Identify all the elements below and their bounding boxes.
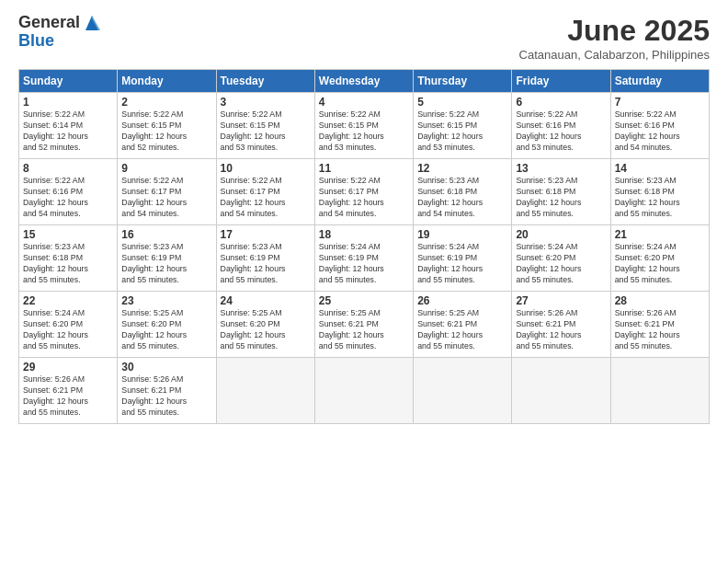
logo: General Blue (18, 14, 102, 51)
col-saturday: Saturday (610, 70, 709, 93)
day-number: 25 (319, 294, 409, 307)
day-info: Sunrise: 5:22 AM Sunset: 6:16 PM Dayligh… (23, 176, 113, 220)
calendar-cell (414, 358, 512, 424)
calendar-cell: 12Sunrise: 5:23 AM Sunset: 6:18 PM Dayli… (414, 159, 512, 225)
calendar-cell: 26Sunrise: 5:25 AM Sunset: 6:21 PM Dayli… (414, 292, 512, 358)
day-number: 22 (23, 294, 113, 307)
calendar-header-row: Sunday Monday Tuesday Wednesday Thursday… (19, 70, 710, 93)
calendar-cell: 30Sunrise: 5:26 AM Sunset: 6:21 PM Dayli… (118, 358, 216, 424)
calendar-cell: 24Sunrise: 5:25 AM Sunset: 6:20 PM Dayli… (216, 292, 314, 358)
logo-blue: Blue (18, 32, 102, 51)
calendar-cell: 8Sunrise: 5:22 AM Sunset: 6:16 PM Daylig… (19, 159, 118, 225)
day-number: 14 (615, 162, 705, 175)
title-block: June 2025 Catanauan, Calabarzon, Philipp… (519, 14, 710, 62)
day-number: 28 (615, 294, 705, 307)
calendar-cell: 16Sunrise: 5:23 AM Sunset: 6:19 PM Dayli… (118, 225, 216, 292)
calendar-cell (512, 358, 610, 424)
calendar-cell (216, 358, 314, 424)
col-sunday: Sunday (19, 70, 118, 93)
day-number: 21 (615, 228, 705, 241)
calendar-cell: 23Sunrise: 5:25 AM Sunset: 6:20 PM Dayli… (118, 292, 216, 358)
calendar-row: 1Sunrise: 5:22 AM Sunset: 6:14 PM Daylig… (19, 93, 710, 159)
main-title: June 2025 (519, 14, 710, 48)
day-info: Sunrise: 5:24 AM Sunset: 6:20 PM Dayligh… (516, 242, 606, 286)
day-number: 29 (23, 361, 113, 373)
calendar-cell: 19Sunrise: 5:24 AM Sunset: 6:19 PM Dayli… (414, 225, 512, 292)
calendar-cell: 10Sunrise: 5:22 AM Sunset: 6:17 PM Dayli… (216, 159, 314, 225)
calendar-cell: 29Sunrise: 5:26 AM Sunset: 6:21 PM Dayli… (19, 358, 118, 424)
day-number: 5 (417, 96, 507, 109)
logo-icon (82, 14, 102, 32)
calendar-cell: 14Sunrise: 5:23 AM Sunset: 6:18 PM Dayli… (610, 159, 709, 225)
day-info: Sunrise: 5:26 AM Sunset: 6:21 PM Dayligh… (23, 374, 113, 419)
calendar-cell: 5Sunrise: 5:22 AM Sunset: 6:15 PM Daylig… (414, 93, 512, 159)
calendar-cell: 6Sunrise: 5:22 AM Sunset: 6:16 PM Daylig… (512, 93, 610, 159)
day-number: 12 (417, 162, 507, 175)
col-thursday: Thursday (414, 70, 512, 93)
day-number: 27 (516, 294, 606, 307)
calendar-table: Sunday Monday Tuesday Wednesday Thursday… (18, 69, 710, 424)
calendar-cell: 13Sunrise: 5:23 AM Sunset: 6:18 PM Dayli… (512, 159, 610, 225)
day-info: Sunrise: 5:22 AM Sunset: 6:15 PM Dayligh… (221, 109, 311, 154)
day-number: 24 (221, 294, 311, 307)
day-number: 26 (417, 294, 507, 307)
calendar-cell: 18Sunrise: 5:24 AM Sunset: 6:19 PM Dayli… (314, 225, 413, 292)
day-info: Sunrise: 5:22 AM Sunset: 6:16 PM Dayligh… (615, 109, 705, 154)
day-number: 13 (516, 162, 606, 175)
day-info: Sunrise: 5:23 AM Sunset: 6:19 PM Dayligh… (121, 242, 211, 286)
calendar-cell: 1Sunrise: 5:22 AM Sunset: 6:14 PM Daylig… (19, 93, 118, 159)
calendar-cell: 15Sunrise: 5:23 AM Sunset: 6:18 PM Dayli… (19, 225, 118, 292)
col-tuesday: Tuesday (216, 70, 314, 93)
day-info: Sunrise: 5:22 AM Sunset: 6:17 PM Dayligh… (221, 176, 311, 220)
day-number: 23 (121, 294, 211, 307)
col-wednesday: Wednesday (314, 70, 413, 93)
day-info: Sunrise: 5:22 AM Sunset: 6:15 PM Dayligh… (417, 109, 507, 154)
day-info: Sunrise: 5:22 AM Sunset: 6:16 PM Dayligh… (516, 109, 606, 154)
day-info: Sunrise: 5:22 AM Sunset: 6:17 PM Dayligh… (319, 176, 409, 220)
calendar-row: 22Sunrise: 5:24 AM Sunset: 6:20 PM Dayli… (19, 292, 710, 358)
calendar-cell: 27Sunrise: 5:26 AM Sunset: 6:21 PM Dayli… (512, 292, 610, 358)
day-info: Sunrise: 5:23 AM Sunset: 6:18 PM Dayligh… (417, 176, 507, 220)
day-number: 18 (319, 228, 409, 241)
day-info: Sunrise: 5:24 AM Sunset: 6:19 PM Dayligh… (417, 242, 507, 286)
day-number: 15 (23, 228, 113, 241)
subtitle: Catanauan, Calabarzon, Philippines (519, 48, 710, 62)
calendar-cell: 17Sunrise: 5:23 AM Sunset: 6:19 PM Dayli… (216, 225, 314, 292)
calendar-cell (314, 358, 413, 424)
day-info: Sunrise: 5:23 AM Sunset: 6:18 PM Dayligh… (23, 242, 113, 286)
day-info: Sunrise: 5:22 AM Sunset: 6:15 PM Dayligh… (319, 109, 409, 154)
calendar-cell: 3Sunrise: 5:22 AM Sunset: 6:15 PM Daylig… (216, 93, 314, 159)
calendar-cell: 2Sunrise: 5:22 AM Sunset: 6:15 PM Daylig… (118, 93, 216, 159)
day-info: Sunrise: 5:25 AM Sunset: 6:21 PM Dayligh… (319, 308, 409, 352)
calendar-cell: 22Sunrise: 5:24 AM Sunset: 6:20 PM Dayli… (19, 292, 118, 358)
day-info: Sunrise: 5:22 AM Sunset: 6:15 PM Dayligh… (121, 109, 211, 154)
page: General Blue June 2025 Catanauan, Calaba… (0, 0, 728, 563)
day-info: Sunrise: 5:23 AM Sunset: 6:19 PM Dayligh… (221, 242, 311, 286)
day-number: 8 (23, 162, 113, 175)
day-number: 17 (221, 228, 311, 241)
day-number: 3 (221, 96, 311, 109)
day-info: Sunrise: 5:23 AM Sunset: 6:18 PM Dayligh… (516, 176, 606, 220)
day-info: Sunrise: 5:23 AM Sunset: 6:18 PM Dayligh… (615, 176, 705, 220)
calendar-cell: 25Sunrise: 5:25 AM Sunset: 6:21 PM Dayli… (314, 292, 413, 358)
day-number: 10 (221, 162, 311, 175)
day-number: 9 (121, 162, 211, 175)
day-info: Sunrise: 5:22 AM Sunset: 6:17 PM Dayligh… (121, 176, 211, 220)
day-number: 20 (516, 228, 606, 241)
day-number: 30 (121, 361, 211, 373)
day-info: Sunrise: 5:22 AM Sunset: 6:14 PM Dayligh… (23, 109, 113, 154)
day-info: Sunrise: 5:26 AM Sunset: 6:21 PM Dayligh… (121, 374, 211, 419)
day-number: 16 (121, 228, 211, 241)
day-number: 19 (417, 228, 507, 241)
day-number: 1 (23, 96, 113, 109)
col-monday: Monday (118, 70, 216, 93)
day-info: Sunrise: 5:25 AM Sunset: 6:20 PM Dayligh… (221, 308, 311, 352)
day-info: Sunrise: 5:26 AM Sunset: 6:21 PM Dayligh… (516, 308, 606, 352)
calendar-cell: 7Sunrise: 5:22 AM Sunset: 6:16 PM Daylig… (610, 93, 709, 159)
day-number: 6 (516, 96, 606, 109)
col-friday: Friday (512, 70, 610, 93)
day-info: Sunrise: 5:26 AM Sunset: 6:21 PM Dayligh… (615, 308, 705, 352)
day-info: Sunrise: 5:25 AM Sunset: 6:21 PM Dayligh… (417, 308, 507, 352)
calendar-cell: 28Sunrise: 5:26 AM Sunset: 6:21 PM Dayli… (610, 292, 709, 358)
calendar-row: 29Sunrise: 5:26 AM Sunset: 6:21 PM Dayli… (19, 358, 710, 424)
